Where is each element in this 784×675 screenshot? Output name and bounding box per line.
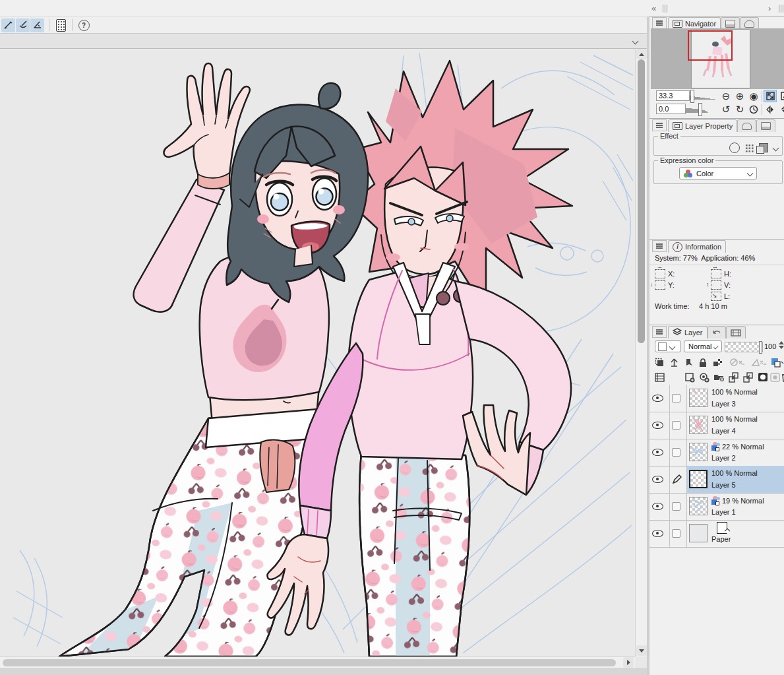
ruler-range-icon[interactable] <box>750 357 768 368</box>
rotate-cw-icon[interactable]: ↻ <box>733 103 746 115</box>
layer-color-effect-icon[interactable] <box>759 143 768 152</box>
zoom-value[interactable]: 33.3 <box>656 90 690 101</box>
layer-property-menu-button[interactable] <box>652 119 667 131</box>
tab-timeline[interactable] <box>726 326 746 338</box>
canvas-drawing-area[interactable] <box>0 49 635 657</box>
dock-collapse-button[interactable]: « <box>651 3 656 13</box>
rotation-value[interactable]: 0.0 <box>656 104 686 114</box>
navigator-menu-button[interactable] <box>652 17 667 29</box>
layer-thumbnail[interactable] <box>689 470 708 488</box>
opacity-slider-handle[interactable] <box>759 341 762 354</box>
tone-effect-icon[interactable] <box>745 144 754 152</box>
tab-layer-comp[interactable] <box>708 326 726 338</box>
tab-information[interactable]: i Information <box>668 240 726 253</box>
visibility-eye-icon[interactable] <box>652 530 663 538</box>
dock-grip[interactable] <box>663 5 663 13</box>
visibility-eye-icon[interactable] <box>652 449 663 457</box>
visibility-eye-icon[interactable] <box>652 476 663 484</box>
blend-mode-select[interactable]: Normal <box>684 340 722 352</box>
layer-row-layer1[interactable]: 19 % Normal Layer 1 <box>649 493 784 521</box>
layer-name[interactable]: Layer 2 <box>711 454 736 462</box>
layer-thumbnail[interactable] <box>689 443 708 461</box>
zoom-in-icon[interactable]: ⊕ <box>733 90 746 102</box>
fit-to-screen-icon[interactable] <box>778 90 784 102</box>
layer-row-layer5-selected[interactable]: 100 % Normal Layer 5 <box>649 466 784 494</box>
layer-thumbnail[interactable] <box>689 497 708 515</box>
reset-rotation-icon[interactable] <box>747 103 760 115</box>
flip-vertical-icon[interactable] <box>778 103 784 115</box>
new-layer-folder-icon[interactable] <box>713 371 725 383</box>
visibility-eye-icon[interactable] <box>652 422 663 430</box>
lock-transparent-pixels-icon[interactable] <box>711 357 723 368</box>
layer-name[interactable]: Layer 1 <box>711 508 736 516</box>
paper-thumbnail[interactable] <box>689 524 708 542</box>
layer-row-paper[interactable]: Paper <box>649 520 784 548</box>
navigator-view-rectangle[interactable] <box>688 30 733 61</box>
tab-layer[interactable]: Layer <box>668 326 708 338</box>
border-effect-icon[interactable] <box>729 143 740 153</box>
scroll-up-button[interactable] <box>636 49 647 59</box>
fit-to-window-icon[interactable] <box>764 90 777 102</box>
set-ruler-icon[interactable] <box>727 357 747 368</box>
clip-to-layer-below-icon[interactable] <box>653 357 665 368</box>
dock-grip-right[interactable] <box>779 5 779 13</box>
tool-pen-ruler-button[interactable] <box>30 18 44 32</box>
layer-name[interactable]: Layer 3 <box>711 400 736 408</box>
layer-row-layer3[interactable]: 100 % Normal Layer 3 <box>649 385 784 412</box>
create-layer-mask-icon[interactable] <box>757 371 769 383</box>
layer-checkbox[interactable] <box>672 529 680 539</box>
zoom-100-icon[interactable]: ◉ <box>747 90 760 102</box>
flip-horizontal-icon[interactable] <box>764 103 777 115</box>
zoom-out-icon[interactable]: ⊖ <box>719 90 733 102</box>
opacity-value[interactable]: 100 <box>764 342 776 350</box>
visibility-eye-icon[interactable] <box>652 395 663 403</box>
layer-thumbnail[interactable] <box>689 416 708 434</box>
tab-layer-property[interactable]: Layer Property <box>668 119 737 132</box>
opacity-spinner[interactable] <box>779 341 784 349</box>
vertical-scroll-thumb[interactable] <box>638 59 645 343</box>
opacity-slider[interactable] <box>725 342 763 352</box>
tab-tool-property-2[interactable] <box>737 119 756 132</box>
tool-pen-slant-button[interactable] <box>1 18 15 32</box>
rotate-slider-handle[interactable] <box>698 103 702 116</box>
scroll-down-button[interactable] <box>636 645 647 656</box>
help-button[interactable]: ? <box>76 18 91 32</box>
zoom-slider-handle[interactable] <box>690 90 694 103</box>
layer-checkbox[interactable] <box>672 394 680 404</box>
tool-brush-button[interactable] <box>16 18 30 32</box>
new-vector-layer-icon[interactable] <box>698 371 710 383</box>
layer-menu-button[interactable] <box>652 326 667 338</box>
layer-row-layer4[interactable]: 100 % Normal Layer 4 <box>649 412 784 439</box>
transfer-to-lower-layer-icon[interactable] <box>728 371 740 383</box>
tab-tool-property-3[interactable] <box>756 119 775 132</box>
effect-chevron-icon[interactable] <box>773 145 779 151</box>
delete-layer-icon[interactable] <box>779 371 784 383</box>
expression-color-select[interactable]: Color <box>679 167 757 179</box>
scroll-right-button[interactable] <box>623 657 634 668</box>
new-raster-layer-icon[interactable] <box>684 371 696 383</box>
layer-color-toggle-icon[interactable] <box>770 357 784 368</box>
draft-layer-icon[interactable] <box>682 357 694 368</box>
layer-list-view-icon[interactable] <box>653 371 665 383</box>
layer-name[interactable]: Layer 4 <box>711 427 736 435</box>
dock-expand-button[interactable]: › <box>768 3 771 13</box>
merge-with-lower-layer-icon[interactable] <box>742 371 754 383</box>
layer-checkbox[interactable] <box>672 502 680 512</box>
layer-name[interactable]: Layer 5 <box>711 481 736 489</box>
palette-color-select[interactable] <box>655 340 681 352</box>
information-menu-button[interactable] <box>652 240 667 252</box>
horizontal-scroll-thumb[interactable] <box>3 659 616 666</box>
layer-checkbox[interactable] <box>672 448 680 458</box>
navigator-preview[interactable] <box>651 28 784 89</box>
layer-checkbox[interactable] <box>672 421 680 431</box>
visibility-eye-icon[interactable] <box>652 503 663 511</box>
rotate-ccw-icon[interactable]: ↺ <box>719 103 733 115</box>
layer-name[interactable]: Paper <box>711 535 731 543</box>
lock-layer-icon[interactable] <box>697 357 709 368</box>
layer-thumbnail[interactable] <box>689 389 708 407</box>
quick-access-palette-button[interactable] <box>53 18 68 32</box>
layer-row-layer2[interactable]: 22 % Normal Layer 2 <box>649 439 784 466</box>
reference-layer-icon[interactable] <box>668 357 680 368</box>
canvas-horizontal-scrollbar[interactable] <box>0 657 635 668</box>
canvas-vertical-scrollbar[interactable] <box>635 49 648 657</box>
